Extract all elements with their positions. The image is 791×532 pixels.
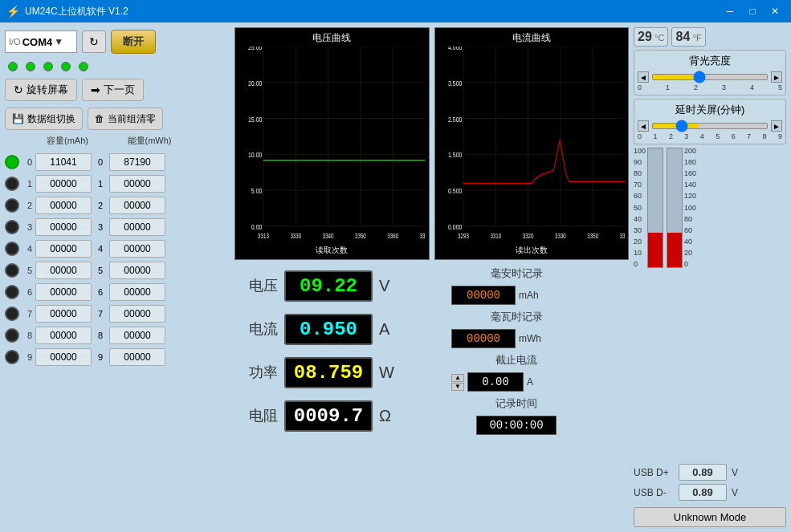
temp-f-unit[interactable]: °F <box>693 33 702 43</box>
voltage-chart-title: 电压曲线 <box>239 31 426 45</box>
row-cap-9[interactable] <box>35 348 92 366</box>
current-unit: A <box>379 320 389 339</box>
cutoff-up-button[interactable]: ▲ <box>451 374 464 382</box>
close-button[interactable]: ✕ <box>765 3 785 19</box>
row-en-6[interactable] <box>109 283 165 301</box>
shutdown-labels: 0 1 2 3 4 5 6 7 8 9 <box>638 132 782 140</box>
row-cap-2[interactable] <box>35 197 92 214</box>
temp-c-box: 29 °C <box>634 27 668 47</box>
row-en-7[interactable] <box>109 305 165 323</box>
next-button[interactable]: ➡ 下一页 <box>82 79 144 101</box>
row-sep-0: 0 <box>95 157 106 167</box>
col-en-header: 能量(mWh) <box>109 135 190 147</box>
voltage-chart-xlabel: 读取次数 <box>239 245 426 256</box>
app-icon: ⚡ <box>6 5 20 18</box>
row-cap-6[interactable] <box>35 283 92 301</box>
refresh-button[interactable]: ↻ <box>82 30 106 53</box>
row-indicator-0 <box>5 155 19 169</box>
row-num-4: 4 <box>22 244 32 254</box>
row-sep-3: 3 <box>95 222 106 232</box>
mwh-input[interactable] <box>451 329 516 348</box>
com-dropdown-arrow-icon[interactable]: ▼ <box>54 36 63 47</box>
row-en-2[interactable] <box>109 197 165 214</box>
row-en-4[interactable] <box>109 240 165 258</box>
backlight-right-arrow[interactable]: ► <box>771 71 782 83</box>
data-clear-button[interactable]: 🗑 当前组清零 <box>88 108 163 130</box>
app-title: UM24C上位机软件 V1.2 <box>25 5 720 18</box>
sd-7: 7 <box>747 132 751 140</box>
row-en-0[interactable] <box>109 153 165 171</box>
row-cap-8[interactable] <box>35 327 92 344</box>
disconnect-button[interactable]: 断开 <box>111 30 156 54</box>
row-sep-5: 5 <box>95 266 106 275</box>
row-num-1: 1 <box>22 179 32 189</box>
row-en-5[interactable] <box>109 262 165 279</box>
usb-section: USB D+ 0.89 V USB D- 0.89 V Unknown Mode <box>634 464 786 527</box>
svg-text:3373: 3373 <box>420 232 426 240</box>
cutoff-down-button[interactable]: ▼ <box>451 383 464 391</box>
backlight-slider-row: ◄ ► <box>638 71 782 83</box>
cutoff-input[interactable] <box>467 372 524 392</box>
row-cap-4[interactable] <box>35 240 92 258</box>
row-cap-7[interactable] <box>35 305 92 323</box>
power-row: 功率 08.759 W <box>238 353 440 392</box>
time-value: 00:00:00 <box>476 416 557 435</box>
row-indicator-4 <box>5 242 19 256</box>
row-en-1[interactable] <box>109 175 165 193</box>
svg-text:3293: 3293 <box>458 232 469 240</box>
com-row: I/O COM4 ▼ ↻ 断开 <box>5 27 230 56</box>
row-cap-5[interactable] <box>35 262 92 279</box>
sd-9: 9 <box>778 132 782 140</box>
therm-f-fill <box>667 233 682 267</box>
voltage-chart: 电压曲线 <box>234 27 430 260</box>
maximize-button[interactable]: □ <box>743 3 762 19</box>
com-select[interactable]: I/O COM4 ▼ <box>5 30 77 53</box>
minimize-button[interactable]: ─ <box>720 3 740 19</box>
cutoff-spinner[interactable]: ▲ ▼ <box>451 374 464 391</box>
row-num-5: 5 <box>22 266 32 275</box>
usb-dm-row: USB D- 0.89 V <box>634 484 786 501</box>
resistance-label: 电阻 <box>238 406 278 425</box>
svg-text:0.00: 0.00 <box>251 222 263 231</box>
row-cap-1[interactable] <box>35 175 92 193</box>
shutdown-left-arrow[interactable]: ◄ <box>638 120 649 132</box>
row-cap-3[interactable] <box>35 218 92 236</box>
backlight-left-arrow[interactable]: ◄ <box>638 71 649 83</box>
row-cap-0[interactable] <box>35 153 92 171</box>
temp-c-value: 29 <box>638 30 652 43</box>
shutdown-slider[interactable] <box>652 123 768 129</box>
data-switch-button[interactable]: 💾 数据组切换 <box>5 108 83 130</box>
current-label: 电流 <box>238 319 278 339</box>
indicator-4 <box>79 62 88 71</box>
mah-value-row: mAh <box>451 286 581 305</box>
left-panel: I/O COM4 ▼ ↻ 断开 // Will be handled in po… <box>5 27 230 527</box>
indicator-3 <box>61 62 71 71</box>
row-sep-2: 2 <box>95 201 106 210</box>
rotate-button[interactable]: ↻ 旋转屏幕 <box>5 79 77 101</box>
row-indicator-6 <box>5 285 19 299</box>
data-switch-label: 数据组切换 <box>27 112 75 126</box>
backlight-slider[interactable] <box>652 74 768 80</box>
row-num-0: 0 <box>22 157 32 167</box>
voltage-row: 电压 09.22 V <box>238 266 440 305</box>
voltage-label: 电压 <box>238 276 278 295</box>
svg-text:3330: 3330 <box>555 232 566 240</box>
data-row: 2 2 <box>5 195 230 216</box>
row-en-8[interactable] <box>109 327 165 344</box>
svg-text:3373: 3373 <box>619 232 625 240</box>
time-label: 记录时间 <box>451 396 581 411</box>
row-num-6: 6 <box>22 287 32 297</box>
shutdown-right-arrow[interactable]: ► <box>771 120 782 132</box>
center-panel: 电压曲线 <box>234 27 629 527</box>
row-en-9[interactable] <box>109 348 165 366</box>
sd-1: 1 <box>653 132 657 140</box>
main-content: I/O COM4 ▼ ↻ 断开 // Will be handled in po… <box>0 22 791 532</box>
row-en-3[interactable] <box>109 218 165 236</box>
row-sep-7: 7 <box>95 309 106 319</box>
unknown-mode-button[interactable]: Unknown Mode <box>634 507 786 527</box>
indicator-1 <box>26 62 35 71</box>
sd-6: 6 <box>732 132 736 140</box>
right-panel: 29 °C 84 °F 背光亮度 ◄ ► 0 1 2 3 4 5 <box>634 27 786 527</box>
temp-c-unit[interactable]: °C <box>654 33 664 43</box>
mah-input[interactable] <box>451 286 516 305</box>
